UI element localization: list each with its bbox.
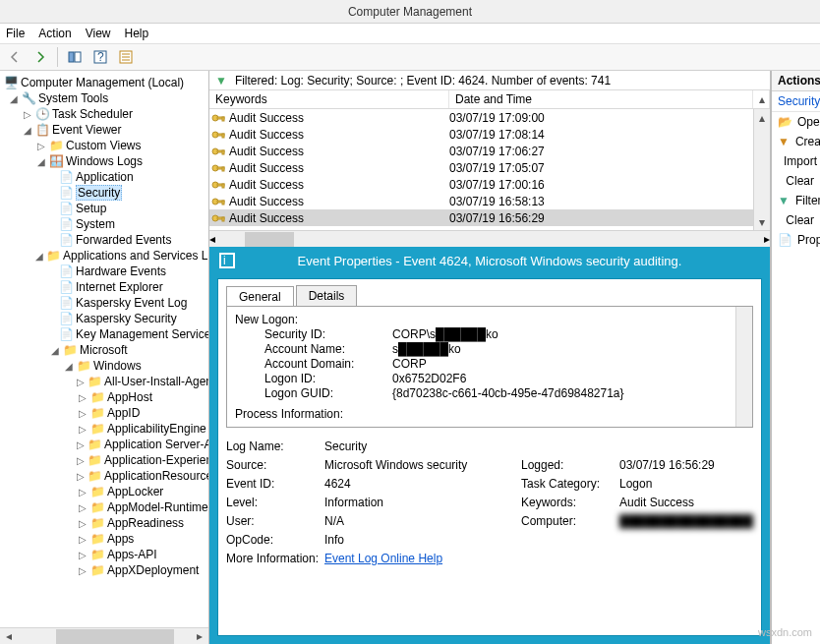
action-filter[interactable]: ▼Filter [772, 191, 820, 210]
tree-key-mgmt[interactable]: 📄Key Management Service [4, 326, 208, 342]
event-row[interactable]: Audit Success03/07/19 17:09:00 [209, 109, 770, 126]
tree-item[interactable]: ▷📁Application-Experience [4, 452, 208, 468]
windows-logs-icon: 🪟 [49, 154, 63, 168]
tree-item[interactable]: ▷📁AppLocker [4, 484, 208, 499]
properties-button[interactable] [115, 46, 137, 68]
scroll-up-icon[interactable]: ▴ [754, 109, 770, 126]
column-scroll-up[interactable]: ▴ [753, 90, 770, 108]
tree-item[interactable]: ▷📁ApplicationResourceM [4, 468, 208, 484]
event-row[interactable]: Audit Success03/07/19 16:58:13 [209, 193, 770, 209]
collapse-icon[interactable]: ◢ [63, 361, 74, 372]
scroll-right-icon[interactable]: ▸ [764, 232, 770, 246]
event-row[interactable]: Audit Success03/07/19 17:00:16 [209, 176, 770, 193]
tree-item[interactable]: ▷📁ApplicabilityEngine [4, 421, 208, 437]
action-import[interactable]: Import [772, 151, 820, 171]
tree-event-viewer[interactable]: ◢📋Event Viewer [4, 122, 208, 138]
tree-log-forwarded[interactable]: 📄Forwarded Events [4, 232, 208, 248]
expand-icon[interactable]: ▷ [77, 518, 88, 529]
tree-item[interactable]: ▷📁All-User-Install-Agent [4, 374, 208, 389]
tree-hscrollbar[interactable]: ◂ ▸ [0, 627, 208, 644]
action-properties[interactable]: 📄Properties [772, 230, 820, 250]
expand-icon[interactable]: ▷ [77, 408, 88, 419]
action-clear-filter[interactable]: Clear [772, 210, 820, 230]
event-row[interactable]: Audit Success03/07/19 17:05:07 [209, 159, 770, 176]
collapse-icon[interactable]: ◢ [35, 156, 46, 167]
menu-view[interactable]: View [86, 27, 111, 40]
list-hscrollbar[interactable]: ◂ ▸ [209, 230, 770, 247]
expand-icon[interactable]: ▷ [77, 471, 85, 482]
list-vscrollbar[interactable]: ▴ ▾ [753, 109, 770, 230]
tree-item[interactable]: ▷📁Application Server-App [4, 437, 208, 452]
show-hide-tree-button[interactable] [64, 46, 86, 68]
tree-custom-views[interactable]: ▷📁Custom Views [4, 138, 208, 153]
action-clear[interactable]: Clear [772, 171, 820, 191]
scroll-thumb[interactable] [245, 232, 294, 247]
expand-icon[interactable]: ▷ [77, 487, 88, 498]
expand-icon[interactable]: ▷ [77, 439, 85, 450]
tree-hardware-events[interactable]: 📄Hardware Events [4, 263, 208, 279]
tab-details[interactable]: Details [296, 285, 358, 306]
forward-button[interactable] [29, 46, 51, 68]
log-icon: 📄 [59, 202, 73, 215]
scroll-down-icon[interactable]: ▾ [754, 213, 770, 230]
details-vscrollbar[interactable] [735, 307, 752, 427]
event-row[interactable]: Audit Success03/07/19 16:56:29 [209, 209, 770, 226]
tree-task-scheduler[interactable]: ▷🕒Task Scheduler [4, 106, 208, 122]
tree-item[interactable]: ▷📁AppReadiness [4, 515, 208, 531]
tree-ms-windows[interactable]: ◢📁Windows [4, 358, 208, 374]
expand-icon[interactable]: ▷ [77, 502, 88, 513]
clock-icon: 🕒 [35, 107, 49, 121]
tree-microsoft[interactable]: ◢📁Microsoft [4, 342, 208, 358]
menu-file[interactable]: File [6, 27, 25, 40]
expand-icon[interactable]: ▷ [77, 377, 85, 387]
tree-log-system[interactable]: 📄System [4, 216, 208, 232]
expand-icon[interactable]: ▷ [77, 455, 85, 466]
tree-item[interactable]: ▷📁AppModel-Runtime [4, 499, 208, 515]
event-log-help-link[interactable]: Event Log Online Help [324, 552, 442, 565]
tree-log-application[interactable]: 📄Application [4, 169, 208, 185]
tree-item[interactable]: ▷📁AppXDeployment [4, 562, 208, 578]
expand-icon[interactable]: ▷ [77, 534, 88, 545]
tab-general[interactable]: General [226, 286, 294, 307]
tree-kaspersky-event-log[interactable]: 📄Kaspersky Event Log [4, 295, 208, 311]
folder-icon: 📁 [90, 406, 104, 420]
tree-windows-logs[interactable]: ◢🪟Windows Logs [4, 153, 208, 169]
menu-action[interactable]: Action [38, 27, 71, 40]
action-open[interactable]: 📂Open [772, 112, 820, 132]
scroll-left-icon[interactable]: ◂ [0, 629, 17, 644]
collapse-icon[interactable]: ◢ [49, 345, 60, 356]
event-row[interactable]: Audit Success03/07/19 17:08:14 [209, 126, 770, 143]
expand-icon[interactable]: ▷ [77, 550, 88, 560]
tree-item[interactable]: ▷📁Apps-API [4, 547, 208, 562]
help-button[interactable]: ? [89, 46, 111, 68]
scroll-thumb[interactable] [56, 629, 174, 644]
scroll-right-icon[interactable]: ▸ [192, 629, 208, 644]
expand-icon[interactable]: ▷ [77, 424, 88, 435]
collapse-icon[interactable]: ◢ [22, 125, 32, 136]
column-datetime[interactable]: Date and Time [449, 90, 753, 108]
action-create[interactable]: ▼Create [772, 132, 820, 151]
expand-icon[interactable]: ▷ [35, 141, 46, 151]
tree-kaspersky-security[interactable]: 📄Kaspersky Security [4, 311, 208, 326]
tree-item[interactable]: ▷📁AppHost [4, 389, 208, 405]
collapse-icon[interactable]: ◢ [35, 251, 43, 262]
tree-item-label: AppModel-Runtime [107, 500, 208, 514]
actions-pane: Actions Security 📂Open ▼Create Import Cl… [771, 71, 820, 644]
tree-log-security[interactable]: 📄Security [4, 185, 208, 201]
tree-item[interactable]: ▷📁AppID [4, 405, 208, 421]
tree-log-setup[interactable]: 📄Setup [4, 201, 208, 216]
svg-rect-1 [75, 52, 81, 62]
expand-icon[interactable]: ▷ [77, 392, 88, 403]
collapse-icon[interactable]: ◢ [8, 93, 19, 104]
tree-internet-explorer[interactable]: 📄Internet Explorer [4, 279, 208, 295]
tree-root[interactable]: 🖥️Computer Management (Local) [4, 75, 208, 90]
column-keywords[interactable]: Keywords [209, 90, 449, 108]
back-button[interactable] [4, 46, 26, 68]
event-row[interactable]: Audit Success03/07/19 17:06:27 [209, 143, 770, 159]
menu-help[interactable]: Help [125, 27, 149, 40]
tree-system-tools[interactable]: ◢🔧System Tools [4, 90, 208, 106]
tree-item[interactable]: ▷📁Apps [4, 531, 208, 547]
tree-apps-services[interactable]: ◢📁Applications and Services Logs [4, 248, 208, 263]
expand-icon[interactable]: ▷ [22, 109, 32, 120]
expand-icon[interactable]: ▷ [77, 565, 88, 576]
